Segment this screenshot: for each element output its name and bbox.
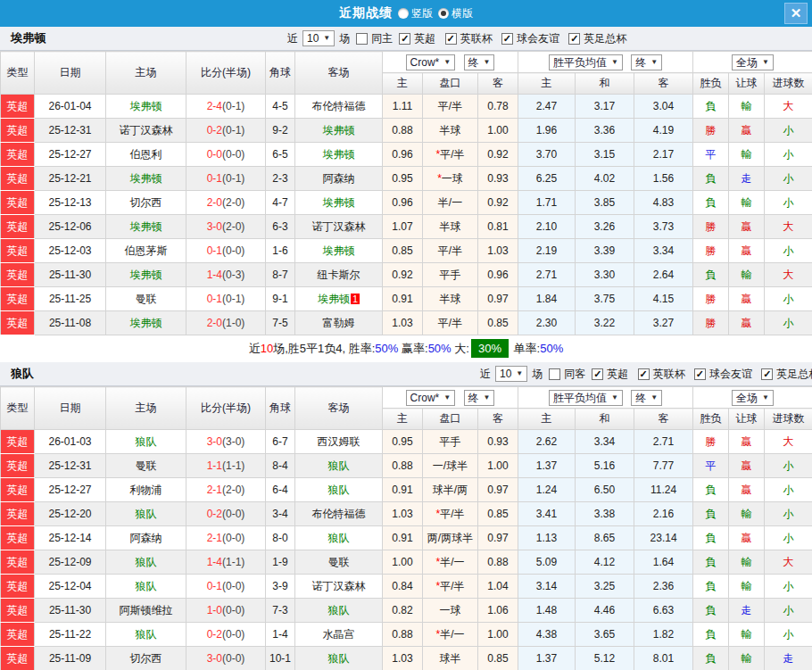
layout-vertical-option[interactable]: 竖版 (398, 6, 433, 21)
odds-source-select[interactable]: Crow* (406, 54, 456, 70)
avg-type-value: 胜平负均值 (553, 56, 607, 69)
league-checkbox[interactable]: 英联杯 (445, 31, 494, 46)
corner-count: 8-0 (266, 526, 295, 550)
league-checkbox[interactable]: 英足总杯 (761, 367, 812, 382)
result-cell: 負 (693, 550, 729, 575)
checkbox-checked-icon (638, 368, 650, 380)
layout-horizontal-label: 横版 (452, 6, 473, 21)
odds-home: 1.11 (383, 95, 423, 119)
odds-home: 0.85 (383, 239, 423, 263)
avg-stage-select[interactable]: 终 (631, 54, 662, 70)
handicap-line: 半球 (423, 287, 478, 311)
match-row: 英超 25-11-08 埃弗顿 2-0(1-0) 7-5 富勒姆 1.03 平/… (1, 311, 812, 335)
avg-away: 1.64 (634, 550, 693, 575)
goals-cell: 大 (765, 550, 812, 575)
home-team: 阿斯顿维拉 (106, 599, 186, 623)
handicap-line: *平/半 (423, 502, 478, 526)
league-badge: 英超 (1, 550, 35, 575)
near-label: 近 (480, 367, 491, 382)
let-cell: 輸 (729, 502, 765, 526)
let-cell: 輸 (729, 95, 765, 119)
avg-away: 2.16 (634, 502, 693, 526)
match-row: 英超 25-12-09 狼队 1-4(1-1) 1-9 曼联 1.00 *半/一… (1, 550, 812, 575)
home-team: 埃弗顿 (106, 215, 186, 239)
goals-cell: 小 (765, 526, 812, 550)
match-row: 英超 25-11-22 狼队 0-2(0-0) 1-4 水晶宫 0.88 *半/… (1, 623, 812, 647)
odds-stage-value: 终 (468, 392, 479, 404)
odds-stage-select[interactable]: 终 (464, 390, 495, 406)
odds-stage-select[interactable]: 终 (464, 54, 495, 70)
avg-type-select[interactable]: 胜平负均值 (549, 54, 623, 70)
home-team: 埃弗顿 (106, 311, 186, 335)
avg-away: 8.01 (634, 647, 693, 670)
recent-count-select[interactable]: 10 (495, 366, 527, 382)
avg-home: 2.47 (518, 95, 576, 119)
odds-away: 1.00 (478, 623, 518, 647)
col-odds-away: 客 (478, 409, 518, 430)
avg-away: 2.17 (634, 143, 693, 167)
match-row: 英超 25-12-04 狼队 0-1(0-0) 3-9 诺丁汉森林 0.84 *… (1, 575, 812, 599)
league-badge: 英超 (1, 478, 35, 502)
match-date: 25-12-04 (35, 575, 106, 599)
home-team: 阿森纳 (106, 526, 186, 550)
goals-cell: 小 (765, 454, 812, 478)
avg-home: 3.14 (518, 575, 576, 599)
fulltime-select[interactable]: 全场 (732, 54, 774, 70)
handicap-line: 平手 (423, 263, 478, 287)
avg-away: 1.56 (634, 167, 693, 191)
away-team: 西汉姆联 (295, 430, 383, 454)
close-button[interactable]: ✕ (784, 3, 808, 24)
avg-away: 2.36 (634, 575, 693, 599)
avg-draw: 5.12 (576, 647, 634, 670)
odds-away: 0.78 (478, 95, 518, 119)
avg-odds-group: 胜平负均值 终 (518, 387, 693, 409)
avg-away: 3.27 (634, 311, 693, 335)
match-date: 25-12-06 (35, 215, 106, 239)
match-score: 0-1(0-0) (186, 239, 266, 263)
let-cell: 輸 (729, 263, 765, 287)
radio-selected-icon (438, 8, 449, 19)
league-checkbox[interactable]: 英足总杯 (568, 31, 628, 46)
col-home: 主场 (106, 387, 186, 430)
league-checkbox[interactable]: 英联杯 (638, 367, 687, 382)
home-team: 埃弗顿 (106, 167, 186, 191)
same-away-checkbox[interactable]: 同客 (549, 367, 587, 382)
match-date: 25-11-09 (35, 647, 106, 670)
card-badge: 1 (351, 294, 360, 304)
match-row: 英超 25-11-09 切尔西 3-0(0-0) 10-1 狼队 1.03 球半… (1, 647, 812, 670)
home-team: 诺丁汉森林 (106, 119, 186, 143)
league-checkbox[interactable]: 球会友谊 (501, 31, 561, 46)
league-checkbox[interactable]: 球会友谊 (694, 367, 754, 382)
league-checkbox[interactable]: 英超 (399, 31, 437, 46)
same-home-checkbox[interactable]: 同主 (356, 31, 394, 46)
league-badge: 英超 (1, 623, 35, 647)
league-badge: 英超 (1, 599, 35, 623)
match-date: 25-12-21 (35, 167, 106, 191)
layout-horizontal-option[interactable]: 横版 (438, 6, 473, 21)
col-avg-draw: 和 (576, 73, 634, 95)
avg-home: 1.71 (518, 191, 576, 215)
avg-away: 1.82 (634, 623, 693, 647)
league-filters: 英超 英联杯 球会友谊 英足总杯 (394, 31, 628, 46)
col-let: 让球 (729, 409, 765, 430)
league-label: 英超 (607, 367, 628, 382)
odds-source-select[interactable]: Crow* (406, 390, 456, 406)
away-team: 狼队 (295, 478, 383, 502)
fulltime-select[interactable]: 全场 (732, 390, 774, 406)
avg-away: 3.04 (634, 95, 693, 119)
goals-cell: 小 (765, 191, 812, 215)
avg-stage-select[interactable]: 终 (631, 390, 662, 406)
league-badge: 英超 (1, 239, 35, 263)
col-away: 客场 (295, 387, 383, 430)
handicap-line: 平/半 (423, 239, 478, 263)
odds-away: 0.92 (478, 191, 518, 215)
corner-count: 6-4 (266, 478, 295, 502)
league-checkbox[interactable]: 英超 (592, 367, 630, 382)
match-row: 英超 25-12-20 狼队 0-2(0-0) 3-4 布伦特福德 1.03 *… (1, 502, 812, 526)
odd-rate: 50% (540, 342, 563, 355)
avg-stage-value: 终 (635, 56, 646, 69)
avg-type-select[interactable]: 胜平负均值 (549, 390, 623, 406)
recent-count-select[interactable]: 10 (302, 30, 335, 46)
avg-away: 3.34 (634, 239, 693, 263)
fulltime-group: 全场 (693, 52, 812, 73)
